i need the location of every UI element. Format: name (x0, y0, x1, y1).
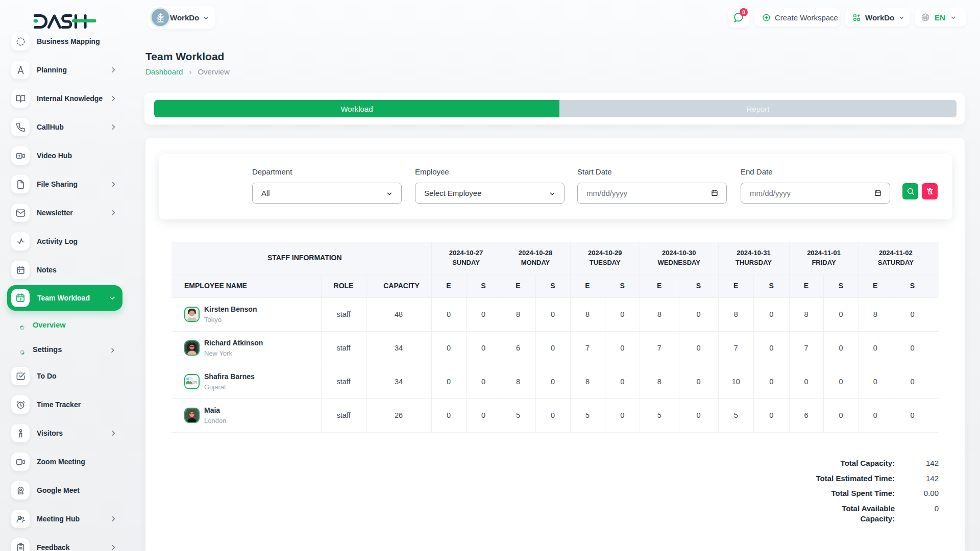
svg-text:in: in (193, 380, 197, 385)
